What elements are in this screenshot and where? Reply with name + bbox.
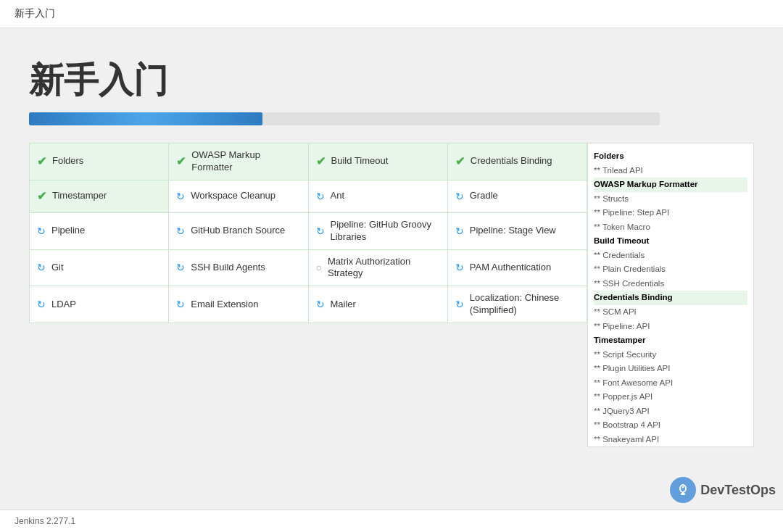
spinner-icon: ↻ <box>316 225 325 237</box>
check-icon: ✔ <box>455 155 465 167</box>
sidebar-item: ** SSH Credentials <box>594 277 747 291</box>
plugin-status-icon: ↻ <box>316 299 325 310</box>
plugin-status-icon: ✔ <box>316 154 326 168</box>
plugin-name: SSH Build Agents <box>191 262 265 274</box>
plugin-status-icon: ↻ <box>37 299 46 310</box>
plugin-cell: ✔Timestamper <box>30 180 168 212</box>
check-icon: ✔ <box>37 190 46 202</box>
plugin-status-icon: ↻ <box>37 262 46 273</box>
spinner-icon: ↻ <box>176 262 185 273</box>
page-title: 新手入门 <box>29 57 754 104</box>
sidebar-item: Build Timeout <box>594 234 747 249</box>
plugin-cell: ✔OWASP Markup Formatter <box>169 144 307 180</box>
sidebar-item: ** JQuery3 API <box>594 404 747 419</box>
sidebar-item: Timestamper <box>594 333 747 348</box>
plugin-name: Credentials Binding <box>471 155 552 167</box>
spinner-icon: ↻ <box>455 262 464 273</box>
plugin-name: Email Extension <box>191 299 258 311</box>
sidebar-item: OWASP Markup Formatter <box>594 178 747 192</box>
plugin-cell: ○Matrix Authorization Strategy <box>309 250 447 286</box>
plugin-status-icon: ↻ <box>176 299 185 310</box>
plugin-name: Mailer <box>331 299 356 311</box>
main-content: 新手入门 ✔Folders✔OWASP Markup Formatter✔Bui… <box>0 28 783 462</box>
check-icon: ✔ <box>316 155 326 167</box>
spinner-icon: ↻ <box>455 225 464 237</box>
sidebar-item: ** Plugin Utilities API <box>594 362 747 376</box>
spinner-icon: ↻ <box>176 225 185 237</box>
plugin-status-icon: ↻ <box>37 225 46 237</box>
top-bar: 新手入门 <box>0 0 783 28</box>
sidebar-item: ** Pipeline: Step API <box>594 206 747 220</box>
spinner-icon: ↻ <box>176 299 185 310</box>
plugin-status-icon: ✔ <box>455 154 465 168</box>
plugin-status-icon: ↻ <box>455 225 464 237</box>
plugin-status-icon: ↻ <box>455 262 464 273</box>
plugin-status-icon: ↻ <box>316 191 325 202</box>
sidebar-item: ** Credentials <box>594 249 747 263</box>
plugin-status-icon: ↻ <box>455 191 464 202</box>
sidebar-item: ** Font Awesome API <box>594 376 747 391</box>
plugin-name: Build Timeout <box>331 155 389 167</box>
plugin-status-icon: ↻ <box>176 225 185 237</box>
sidebar-item: ** Script Security <box>594 348 747 362</box>
top-bar-title: 新手入门 <box>14 7 55 19</box>
sidebar-item: ** Trilead API <box>594 164 747 178</box>
spinner-icon: ↻ <box>176 191 185 202</box>
sidebar-item: ** Bootstrap 4 API <box>594 418 747 433</box>
sidebar-item: ** Pipeline: API <box>594 320 747 334</box>
spinner-icon: ↻ <box>37 299 46 310</box>
check-icon: ✔ <box>37 155 46 167</box>
plugin-status-icon: ↻ <box>176 191 185 202</box>
plugin-cell: ↻Git <box>30 250 168 286</box>
plugin-cell: ↻Gradle <box>448 180 587 212</box>
plugin-cell: ↻Localization: Chinese (Simplified) <box>448 286 587 323</box>
progress-bar-container <box>29 112 660 125</box>
plugin-cell: ↻Mailer <box>309 286 447 323</box>
plugin-name: Pipeline <box>51 225 85 237</box>
plugin-name: GitHub Branch Source <box>191 225 285 237</box>
plugin-name: PAM Authentication <box>470 262 552 274</box>
sidebar-item: Folders <box>594 149 747 164</box>
plugin-cell: ↻Pipeline <box>30 213 168 249</box>
plugin-status-icon: ✔ <box>176 154 186 168</box>
plugin-status-icon: ↻ <box>316 225 325 237</box>
plugin-cell: ↻Workspace Cleanup <box>169 180 307 212</box>
spinner-icon: ↻ <box>37 262 46 273</box>
plugin-cell: ↻PAM Authentication <box>448 250 587 286</box>
plugin-cell: ✔Credentials Binding <box>448 144 587 180</box>
spinner-icon: ↻ <box>316 191 325 202</box>
plugin-name: Gradle <box>470 190 498 202</box>
plugin-status-icon: ○ <box>316 262 322 273</box>
plugin-name: Pipeline: GitHub Groovy Libraries <box>331 219 440 244</box>
spinner-icon: ↻ <box>455 191 464 202</box>
sidebar-item: ** Popper.js API <box>594 390 747 404</box>
sidebar-item: Credentials Binding <box>594 291 747 305</box>
sidebar-item: ** Jackson 2 API <box>594 446 747 447</box>
circle-icon: ○ <box>316 262 322 273</box>
plugin-name: Git <box>51 262 64 274</box>
plugin-status-icon: ↻ <box>176 262 185 273</box>
plugin-grid: ✔Folders✔OWASP Markup Formatter✔Build Ti… <box>29 143 587 323</box>
sidebar-item: ** Token Macro <box>594 220 747 235</box>
plugin-cell: ↻SSH Build Agents <box>169 250 307 286</box>
plugin-name: Matrix Authorization Strategy <box>328 256 440 280</box>
spinner-icon: ↻ <box>316 299 325 310</box>
check-icon: ✔ <box>176 155 186 167</box>
plugin-name: LDAP <box>51 299 76 311</box>
plugin-cell: ✔Build Timeout <box>309 144 447 180</box>
plugin-cell: ↻GitHub Branch Source <box>169 213 307 249</box>
plugin-cell: ↻Pipeline: Stage View <box>448 213 587 249</box>
plugin-status-icon: ✔ <box>37 154 46 168</box>
plugin-name: Localization: Chinese (Simplified) <box>470 292 579 317</box>
plugin-cell: ↻Ant <box>309 180 447 212</box>
sidebar-item: ** Snakeyaml API <box>594 433 747 447</box>
spinner-icon: ↻ <box>455 299 464 310</box>
sidebar-panel: Folders** Trilead APIOWASP Markup Format… <box>587 143 754 447</box>
sidebar-item: ** SCM API <box>594 305 747 320</box>
plugin-name: Workspace Cleanup <box>191 190 276 202</box>
progress-bar-fill <box>29 112 262 125</box>
plugin-name: OWASP Markup Formatter <box>191 149 300 174</box>
plugin-status-icon: ↻ <box>455 299 464 310</box>
plugin-cell: ↻Pipeline: GitHub Groovy Libraries <box>309 213 447 249</box>
plugin-name: Folders <box>52 155 83 167</box>
